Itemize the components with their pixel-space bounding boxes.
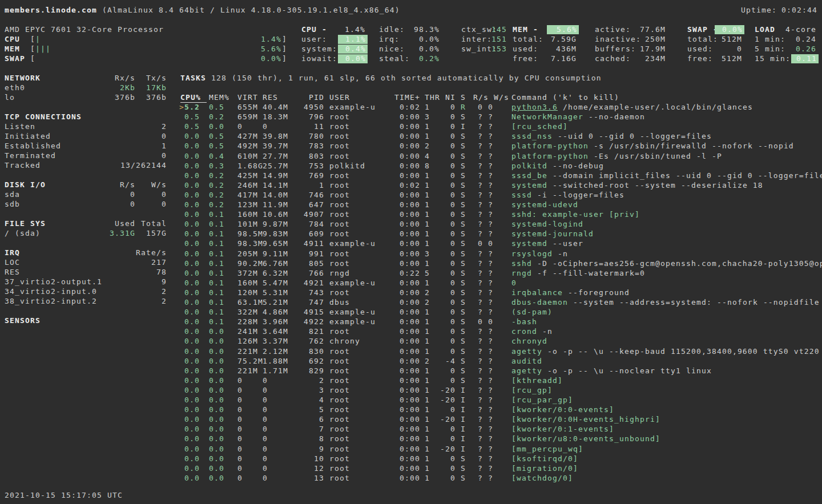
- proc-command-name: [mm_percpu_wq]: [511, 445, 583, 454]
- proc-ws: ?: [488, 434, 493, 443]
- proc-ws: ?: [488, 386, 493, 395]
- col-header-ni: NI: [445, 93, 456, 102]
- proc-user: root: [329, 259, 350, 268]
- proc-user: root: [329, 454, 350, 463]
- proc-command-name: [kthreadd]: [511, 376, 563, 385]
- proc-thr: 8: [425, 162, 430, 171]
- proc-mem: 0.1: [209, 259, 224, 268]
- proc-pid: 4921: [304, 279, 324, 288]
- proc-mem: 0.5: [209, 132, 224, 141]
- proc-command-args: -D -oCiphers=aes256-gcm@openssh.com,chac…: [537, 259, 822, 268]
- proc-ni: 0: [450, 210, 456, 219]
- col-header-pid: PID: [309, 93, 324, 102]
- proc-thr: 1: [425, 445, 430, 454]
- proc-cpu: 0.0: [184, 200, 200, 209]
- proc-rs: ?: [478, 298, 483, 307]
- proc-state: S: [461, 162, 466, 171]
- proc-time: 0:00: [400, 464, 420, 473]
- proc-time: 0:00: [400, 357, 420, 366]
- proc-rs: ?: [478, 229, 483, 239]
- proc-ws: ?: [488, 122, 493, 131]
- proc-virt: 228M: [237, 317, 258, 326]
- proc-cpu: 0.5: [184, 122, 200, 131]
- proc-user: root: [329, 249, 350, 259]
- proc-pid: 805: [309, 259, 324, 268]
- proc-cpu: 0.0: [184, 415, 200, 424]
- proc-state: S: [461, 357, 466, 366]
- proc-command-name: rngd: [511, 269, 532, 278]
- proc-cpu: 0.0: [184, 298, 200, 307]
- proc-res: 1.88M: [263, 357, 288, 366]
- proc-res: 0: [263, 415, 268, 424]
- proc-time: 0:00: [400, 122, 420, 131]
- proc-time: 0:00: [400, 288, 420, 297]
- proc-mem: 0.0: [209, 405, 224, 414]
- proc-virt: 221M: [237, 366, 258, 376]
- proc-command-name: NetworkManager: [511, 112, 583, 122]
- proc-user: root: [329, 327, 350, 336]
- col-header-time: TIME+: [394, 93, 420, 102]
- tasks-summary: 128 (150 thr), 1 run, 61 slp, 66 oth sor…: [211, 74, 602, 83]
- proc-ni: 0: [450, 308, 456, 317]
- proc-pid: 12: [314, 464, 324, 473]
- proc-res: 0: [263, 396, 268, 405]
- proc-pid: 11: [314, 122, 324, 131]
- col-header-thr: THR: [425, 93, 440, 102]
- proc-time: 0:00: [400, 220, 420, 229]
- col-header-s: S: [461, 93, 466, 102]
- proc-ni: 0: [450, 317, 456, 326]
- proc-thr: 1: [425, 132, 430, 141]
- proc-ws: ?: [488, 425, 493, 434]
- proc-time: 0:00: [400, 425, 420, 434]
- proc-cpu: 0.0: [184, 425, 200, 434]
- proc-rs: ?: [478, 434, 483, 443]
- proc-state: I: [461, 386, 466, 395]
- proc-pid: 780: [309, 132, 324, 141]
- proc-ws: ?: [488, 259, 493, 268]
- proc-rs: ?: [478, 425, 483, 434]
- proc-ni: 0: [450, 405, 456, 414]
- proc-pid: 753: [309, 162, 324, 171]
- proc-mem: 0.0: [209, 464, 224, 473]
- proc-res: 0: [263, 474, 268, 483]
- proc-thr: 1: [425, 317, 430, 326]
- proc-ni: 0: [450, 298, 456, 307]
- proc-time: 0:00: [400, 298, 420, 307]
- proc-command-name: [rcu_sched]: [511, 122, 568, 131]
- proc-state: S: [461, 200, 466, 209]
- proc-virt: 101M: [237, 220, 258, 229]
- proc-rs: ?: [478, 162, 483, 171]
- proc-rs: ?: [478, 376, 483, 385]
- proc-rs: ?: [478, 132, 483, 141]
- proc-mem: 0.0: [209, 366, 224, 376]
- proc-command-name: 0: [511, 279, 517, 288]
- proc-command-args: -f --fill-watermark=0: [537, 269, 645, 278]
- proc-command-name: -bash: [511, 317, 537, 326]
- proc-virt: 610M: [237, 152, 258, 161]
- proc-res: 14.0M: [263, 191, 288, 200]
- proc-cpu: 0.0: [184, 220, 200, 229]
- proc-time: 0:22: [400, 269, 420, 278]
- proc-rs: ?: [478, 386, 483, 395]
- proc-virt: 126M: [237, 337, 258, 346]
- proc-virt: 63.1M: [237, 298, 263, 307]
- proc-pid: 692: [309, 357, 324, 366]
- terminal-screen[interactable]: members.linode.com(AlmaLinux 8.4 64bit /…: [0, 0, 822, 504]
- proc-res: 11.9M: [263, 200, 288, 209]
- proc-ni: 0: [450, 152, 456, 161]
- proc-state: S: [461, 327, 466, 336]
- proc-thr: 4: [425, 152, 430, 161]
- proc-mem: 0.0: [209, 474, 224, 483]
- proc-rs: ?: [478, 249, 483, 259]
- proc-pid: 9: [319, 445, 324, 454]
- proc-res: 5.21M: [263, 298, 288, 307]
- proc-mem: 0.0: [209, 425, 224, 434]
- proc-res: 14.1M: [263, 181, 288, 190]
- proc-pid: 6: [319, 415, 324, 424]
- proc-mem: 0.2: [209, 181, 224, 190]
- proc-ni: 0: [450, 434, 456, 443]
- selected-row-cursor: >: [179, 103, 184, 112]
- proc-state: R: [461, 103, 466, 112]
- proc-mem: 0.0: [209, 357, 224, 366]
- proc-cpu: 0.0: [184, 239, 200, 248]
